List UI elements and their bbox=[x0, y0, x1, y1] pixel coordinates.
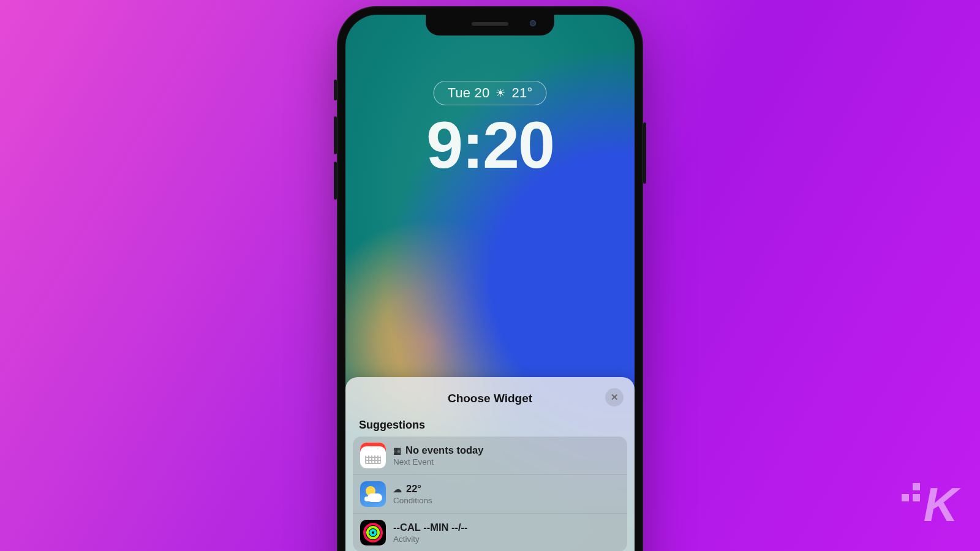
volume-up-button[interactable] bbox=[334, 116, 337, 154]
suggestions-card: ▦ No events today Next Event ☁︎ 22° bbox=[353, 437, 627, 551]
close-button[interactable]: ✕ bbox=[605, 388, 624, 407]
lockscreen-time: 9:20 bbox=[345, 107, 635, 183]
activity-app-icon bbox=[360, 520, 386, 545]
suggestion-title: No events today bbox=[405, 444, 483, 456]
suggestion-title: --CAL --MIN --/-- bbox=[393, 522, 468, 533]
lockscreen-temp: 21° bbox=[512, 85, 533, 101]
sheet-header: Choose Widget ✕ bbox=[353, 388, 627, 415]
calendar-app-icon bbox=[360, 443, 386, 468]
mute-switch[interactable] bbox=[334, 80, 337, 100]
volume-down-button[interactable] bbox=[334, 162, 337, 200]
phone-screen: Tue 20 ☀︎ 21° 9:20 Choose Widget ✕ Sugge… bbox=[345, 15, 635, 551]
speaker-grille bbox=[472, 22, 508, 26]
side-button[interactable] bbox=[643, 122, 646, 184]
suggestion-sub: Conditions bbox=[393, 496, 432, 505]
sheet-title: Choose Widget bbox=[448, 392, 532, 405]
notch bbox=[426, 15, 554, 36]
lockscreen-date: Tue 20 bbox=[448, 85, 490, 101]
suggestion-sub: Activity bbox=[393, 534, 468, 544]
watermark: K bbox=[902, 477, 956, 533]
suggestions-header: Suggestions bbox=[353, 415, 627, 437]
watermark-dots-icon bbox=[902, 483, 920, 501]
phone-frame: Tue 20 ☀︎ 21° 9:20 Choose Widget ✕ Sugge… bbox=[337, 6, 643, 551]
suggestion-title: 22° bbox=[406, 483, 421, 495]
lockscreen-date-widget[interactable]: Tue 20 ☀︎ 21° bbox=[434, 81, 547, 105]
weather-app-icon bbox=[360, 481, 386, 507]
suggestion-row-weather[interactable]: ☁︎ 22° Conditions bbox=[353, 475, 627, 514]
stage: Tue 20 ☀︎ 21° 9:20 Choose Widget ✕ Sugge… bbox=[0, 0, 980, 551]
suggestion-sub: Next Event bbox=[393, 457, 483, 467]
calendar-glyph-icon: ▦ bbox=[393, 446, 401, 455]
front-camera bbox=[530, 20, 536, 26]
watermark-letter: K bbox=[924, 477, 956, 533]
sun-icon: ☀︎ bbox=[496, 86, 505, 100]
suggestion-row-calendar[interactable]: ▦ No events today Next Event bbox=[353, 437, 627, 475]
cloud-sun-icon: ☁︎ bbox=[393, 484, 402, 494]
suggestion-row-activity[interactable]: --CAL --MIN --/-- Activity bbox=[353, 514, 627, 551]
choose-widget-sheet: Choose Widget ✕ Suggestions ▦ No events … bbox=[345, 377, 635, 551]
close-icon: ✕ bbox=[611, 392, 619, 403]
